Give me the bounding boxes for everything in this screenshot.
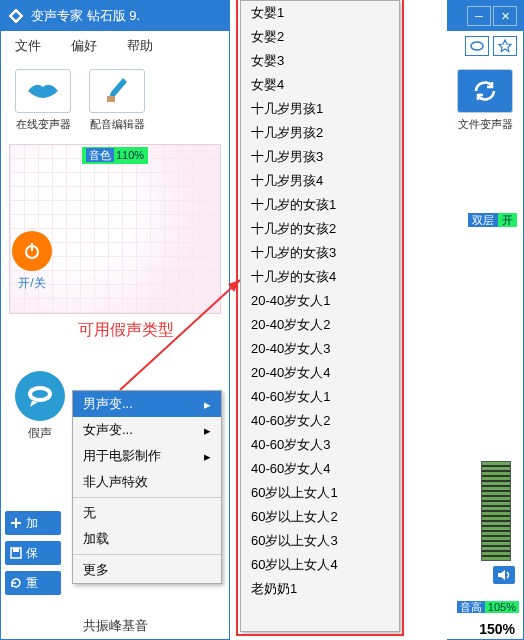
app-title: 变声专家 钻石版 9.	[31, 7, 140, 25]
submenu-item[interactable]: 十几岁男孩3	[241, 145, 399, 169]
zoom-level: 150%	[479, 621, 515, 637]
menu-pref[interactable]: 偏好	[71, 37, 97, 55]
speaker-icon[interactable]	[493, 566, 515, 584]
submenu-item[interactable]: 十几岁的女孩3	[241, 241, 399, 265]
submenu-item[interactable]: 40-60岁女人2	[241, 409, 399, 433]
submenu-item[interactable]: 60岁以上女人4	[241, 553, 399, 577]
submenu-item[interactable]: 20-40岁女人1	[241, 289, 399, 313]
title-bar-right: ─ ✕	[447, 1, 523, 31]
submenu-item[interactable]: 20-40岁女人2	[241, 313, 399, 337]
tone-indicator: 音色110%	[82, 147, 148, 164]
submenu-item[interactable]: 十几岁男孩2	[241, 121, 399, 145]
chevron-right-icon: ▸	[204, 449, 211, 464]
chevron-right-icon: ▸	[204, 397, 211, 412]
power-button[interactable]	[12, 231, 52, 271]
submenu-item[interactable]: 女婴4	[241, 73, 399, 97]
level-meter	[481, 461, 511, 561]
toggle-b-button[interactable]	[493, 36, 517, 56]
ctx-more[interactable]: 更多	[73, 557, 221, 583]
lips-icon	[15, 69, 71, 113]
chevron-right-icon: ▸	[204, 423, 211, 438]
close-button[interactable]: ✕	[493, 6, 517, 26]
submenu-item[interactable]: 60岁以上女人2	[241, 505, 399, 529]
right-toggle-row	[447, 31, 523, 61]
app-logo-icon	[7, 7, 25, 25]
tool-online-vc[interactable]: 在线变声器	[11, 69, 75, 132]
submenu-item[interactable]: 20-40岁女人3	[241, 337, 399, 361]
voice-submenu: 女婴1女婴2女婴3女婴4十几岁男孩1十几岁男孩2十几岁男孩3十几岁男孩4十几岁的…	[240, 0, 400, 632]
svg-point-6	[32, 390, 48, 398]
fake-voice-control: 假声	[15, 371, 65, 442]
menu-file[interactable]: 文件	[15, 37, 41, 55]
add-button[interactable]: 加	[5, 511, 61, 535]
ctx-male-voice[interactable]: 男声变...▸	[73, 391, 221, 417]
tool-file-vc[interactable]: 文件变声器	[453, 69, 517, 132]
brush-icon	[89, 69, 145, 113]
tool-dub-editor[interactable]: 配音编辑器	[85, 69, 149, 132]
power-label: 开/关	[18, 276, 45, 290]
side-buttons: 加 保 重	[5, 511, 61, 595]
context-menu: 男声变...▸ 女声变...▸ 用于电影制作▸ 非人声特效 无 加载 更多	[72, 390, 222, 584]
reset-button[interactable]: 重	[5, 571, 61, 595]
submenu-item[interactable]: 40-60岁女人4	[241, 457, 399, 481]
save-button[interactable]: 保	[5, 541, 61, 565]
submenu-item[interactable]: 老奶奶1	[241, 577, 399, 601]
svg-point-11	[471, 42, 483, 50]
submenu-item[interactable]: 40-60岁女人1	[241, 385, 399, 409]
title-bar: 变声专家 钻石版 9.	[1, 1, 229, 31]
power-control: 开/关	[7, 231, 57, 292]
ctx-female-voice[interactable]: 女声变...▸	[73, 417, 221, 443]
submenu-item[interactable]: 十几岁的女孩4	[241, 265, 399, 289]
footer-label: 共振峰基音	[1, 615, 229, 637]
fake-voice-label: 假声	[28, 426, 52, 440]
submenu-item[interactable]: 十几岁男孩1	[241, 97, 399, 121]
submenu-item[interactable]: 60岁以上女人3	[241, 529, 399, 553]
svg-rect-2	[107, 96, 115, 102]
submenu-item[interactable]: 十几岁的女孩1	[241, 193, 399, 217]
submenu-item[interactable]: 女婴2	[241, 25, 399, 49]
pitch-indicator: 音高105%	[457, 600, 519, 615]
submenu-item[interactable]: 60岁以上女人1	[241, 481, 399, 505]
submenu-item[interactable]: 20-40岁女人4	[241, 361, 399, 385]
submenu-item[interactable]: 女婴1	[241, 1, 399, 25]
secondary-window: ─ ✕ 文件变声器 双层开 音高105% 150%	[447, 0, 524, 640]
layer-indicator: 双层开	[468, 213, 517, 228]
svg-rect-8	[13, 548, 19, 552]
refresh-icon	[457, 69, 513, 113]
menu-bar: 文件 偏好 帮助	[1, 31, 229, 61]
right-toolbar: 文件变声器	[447, 61, 523, 140]
submenu-item[interactable]: 十几岁男孩4	[241, 169, 399, 193]
ctx-load[interactable]: 加载	[73, 526, 221, 552]
menu-help[interactable]: 帮助	[127, 37, 153, 55]
ctx-nonhuman[interactable]: 非人声特效	[73, 469, 221, 495]
submenu-item[interactable]: 40-60岁女人3	[241, 433, 399, 457]
toggle-a-button[interactable]	[465, 36, 489, 56]
submenu-item[interactable]: 女婴3	[241, 49, 399, 73]
ctx-movie[interactable]: 用于电影制作▸	[73, 443, 221, 469]
ctx-none[interactable]: 无	[73, 500, 221, 526]
fake-voice-button[interactable]	[15, 371, 65, 421]
toolbar: 在线变声器 配音编辑器	[1, 61, 229, 140]
submenu-item[interactable]: 十几岁的女孩2	[241, 217, 399, 241]
minimize-button[interactable]: ─	[467, 6, 491, 26]
